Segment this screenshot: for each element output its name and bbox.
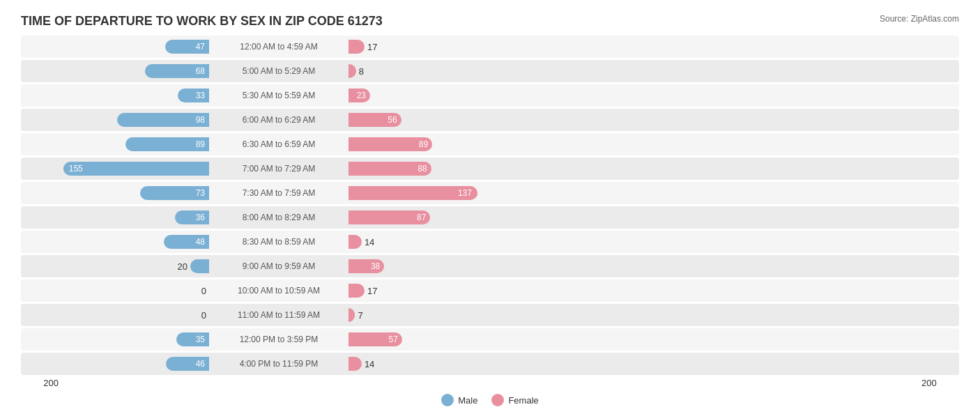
male-bar-label: 33 [192,91,209,100]
time-label: 6:30 AM to 6:59 AM [209,139,349,149]
chart-row: 98 6:00 AM to 6:29 AM 56 [21,109,959,131]
chart-row: 0 10:00 AM to 10:59 AM 17 [21,279,959,302]
chart-row: 155 7:00 AM to 7:29 AM 88 [21,158,959,180]
male-bar-label: 48 [192,237,209,247]
female-bar-label: 87 [413,213,430,222]
male-bar: 155 [63,162,209,176]
female-bar [349,308,355,322]
chart-row: 89 6:30 AM to 6:59 AM 89 [21,133,959,155]
male-bar-label: 35 [192,335,209,344]
axis-right-label: 200 [917,378,959,388]
time-label: 7:30 AM to 7:59 AM [209,188,349,198]
female-legend-box [491,394,504,406]
female-outside-label: 14 [362,237,374,247]
female-bar: 23 [349,89,370,102]
male-bar: 73 [140,186,209,200]
female-bar: 87 [349,210,430,224]
male-outside-label: 20 [178,261,190,272]
male-bar-label: 46 [192,359,209,369]
male-bar: 68 [145,64,209,78]
axis-row: 200 200 [21,378,959,388]
female-bar [349,235,362,249]
male-bar: 48 [164,235,209,249]
time-label: 4:00 PM to 11:59 PM [209,359,349,369]
chart-row: 0 11:00 AM to 11:59 AM 7 [21,304,959,326]
male-bar: 46 [166,357,209,371]
female-bar-label: 89 [415,139,432,149]
male-bar: 47 [165,40,209,54]
female-bar: 56 [349,113,401,127]
chart-row: 35 12:00 PM to 3:59 PM 57 [21,328,959,351]
female-outside-label: 7 [355,310,362,321]
time-label: 12:00 AM to 4:59 AM [209,42,349,52]
time-label: 5:00 AM to 5:29 AM [209,66,349,76]
male-legend-box [441,394,454,406]
source-label: Source: ZipAtlas.com [880,14,959,24]
time-label: 8:30 AM to 8:59 AM [209,237,349,247]
time-label: 12:00 PM to 3:59 PM [209,335,349,344]
male-zero-label: 0 [201,286,209,296]
female-bar [349,64,356,78]
chart-row: 73 7:30 AM to 7:59 AM 137 [21,182,959,204]
time-label: 11:00 AM to 11:59 AM [209,310,349,320]
female-bar-label: 137 [452,188,477,198]
female-bar [349,357,362,371]
legend-male: Male [441,394,477,406]
time-label: 7:00 AM to 7:29 AM [209,164,349,174]
axis-left-label: 200 [21,378,63,388]
male-bar: 89 [125,137,209,151]
male-bar: 36 [175,210,209,224]
male-bar: 33 [178,89,209,102]
male-bar: 35 [176,332,209,346]
female-outside-label: 17 [365,286,377,296]
female-bar: 89 [349,137,432,151]
female-bar-label: 57 [385,335,402,344]
chart-row: 33 5:30 AM to 5:59 AM 23 [21,84,959,107]
female-bar [349,40,365,54]
male-bar-label: 47 [192,42,209,52]
female-outside-label: 17 [365,42,377,52]
chart-area: 47 12:00 AM to 4:59 AM 17 68 5:00 AM to … [21,36,959,375]
female-bar-label: 38 [367,261,384,271]
chart-row: 46 4:00 PM to 11:59 PM 14 [21,353,959,375]
male-zero-label: 0 [201,310,209,321]
time-label: 9:00 AM to 9:59 AM [209,261,349,271]
legend: Male Female [21,394,959,406]
chart-row: 68 5:00 AM to 5:29 AM 8 [21,60,959,82]
chart-row: 20 9:00 AM to 9:59 AM 38 [21,255,959,277]
female-bar-label: 88 [413,164,431,174]
female-bar [349,284,365,298]
female-bar: 38 [349,259,384,273]
female-outside-label: 8 [356,66,364,77]
time-label: 8:00 AM to 8:29 AM [209,213,349,222]
male-legend-label: Male [458,395,477,406]
male-bar: 98 [117,113,209,127]
time-label: 10:00 AM to 10:59 AM [209,286,349,296]
female-outside-label: 14 [362,359,374,369]
time-label: 5:30 AM to 5:59 AM [209,91,349,100]
chart-title: TIME OF DEPARTURE TO WORK BY SEX IN ZIP … [21,14,383,29]
male-bar-label: 36 [192,213,209,222]
chart-row: 36 8:00 AM to 8:29 AM 87 [21,206,959,229]
female-bar: 88 [349,162,431,176]
male-bar-label: 89 [192,139,209,149]
male-bar-label: 68 [192,66,209,76]
chart-row: 48 8:30 AM to 8:59 AM 14 [21,231,959,253]
male-bar [190,259,209,273]
male-bar-label: 98 [192,115,209,125]
male-bar-label: 155 [63,164,89,174]
chart-row: 47 12:00 AM to 4:59 AM 17 [21,36,959,58]
female-bar-label: 23 [353,91,370,100]
female-bar: 57 [349,332,402,346]
time-label: 6:00 AM to 6:29 AM [209,115,349,125]
female-bar-label: 56 [383,115,401,125]
female-legend-label: Female [508,395,538,406]
legend-female: Female [491,394,538,406]
female-bar: 137 [349,186,477,200]
male-bar-label: 73 [192,188,209,198]
